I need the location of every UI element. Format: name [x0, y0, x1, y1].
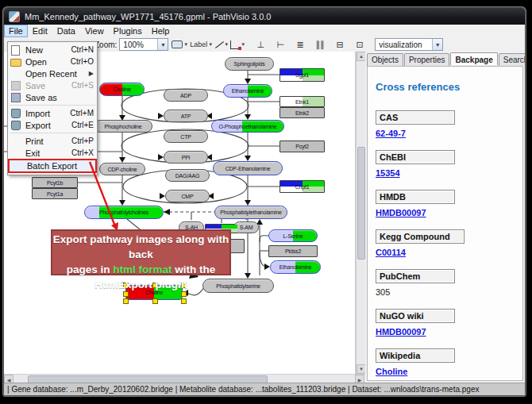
tab-backpage[interactable]: Backpage: [450, 52, 497, 65]
common-width-button[interactable]: ⊟: [333, 39, 346, 51]
node-label: Phosphatidylethanolamine: [220, 210, 281, 215]
align-center-button[interactable]: ⊥: [254, 39, 267, 51]
file-menu-item-import[interactable]: ImportCtrl+M: [8, 107, 97, 119]
node-cdp-choline[interactable]: CDP-choline: [99, 163, 145, 175]
label-tool-text: Label: [190, 40, 207, 48]
menu-bar: FileEditDataViewPluginsHelp: [4, 25, 525, 38]
node-o-phosphoethanolamine[interactable]: O-Phosphoethanolamine: [211, 120, 284, 133]
file-menu-item-exit[interactable]: ExitCtrl+X: [8, 147, 97, 159]
tab-search[interactable]: Search: [499, 53, 526, 66]
node-label: Pcyt2: [295, 144, 309, 149]
line-tool-button[interactable]: ▼: [214, 39, 229, 51]
menu-edit[interactable]: Edit: [28, 25, 52, 37]
zoom-combobox[interactable]: 100% ▼: [119, 38, 168, 51]
file-menu-item-print[interactable]: PrintCtrl+P: [8, 135, 97, 147]
title-bar[interactable]: Mm_Kennedy_pathway_WP1771_45176.gpml - P…: [4, 8, 525, 25]
selection-handle[interactable]: [181, 298, 187, 304]
xref-link[interactable]: C00114: [376, 248, 406, 257]
align-middle-button[interactable]: ⊢: [274, 39, 287, 51]
node-etnk1[interactable]: Etnk1: [279, 96, 325, 107]
node-phosphatidylcholines[interactable]: Phosphatidylcholines: [84, 206, 164, 219]
xref-source-box: NuGO wiki: [376, 309, 455, 323]
node-ptdss2[interactable]: Ptdss2: [268, 245, 318, 257]
empty-icon-slot: [11, 161, 24, 171]
file-menu-item-export[interactable]: ExportCtrl+E: [8, 119, 97, 131]
tab-properties[interactable]: Properties: [404, 53, 450, 66]
empty-icon-slot: [10, 148, 22, 158]
screenshot-frame: Mm_Kennedy_pathway_WP1771_45176.gpml - P…: [0, 0, 532, 404]
node-cdp-ethanolamine[interactable]: CDP-Ethanolamine: [213, 161, 283, 175]
node-label: O-Phosphoethanolamine: [218, 124, 276, 129]
save-icon: [10, 81, 22, 90]
submenu-arrow-icon: ▶: [89, 70, 94, 77]
node-pcyt1a[interactable]: Pcyt1a: [32, 188, 78, 199]
node-label: Ptdss2: [285, 248, 301, 254]
xref-link[interactable]: HMDB00097: [376, 327, 426, 337]
backpage-panel[interactable]: Cross references CAS62-49-7ChEBI15354HMD…: [367, 66, 523, 381]
node-sgpl1[interactable]: Sgpl1: [279, 68, 325, 82]
xref-source-box: HMDB: [376, 190, 455, 204]
node-ethanolamine-bottom[interactable]: Ethanolamine: [270, 260, 321, 274]
menu-item-shortcut: Ctrl+X: [71, 148, 94, 157]
connector-tool-button[interactable]: ▼: [230, 39, 245, 51]
selection-handle[interactable]: [123, 298, 129, 304]
node-ppi[interactable]: PPi: [164, 151, 208, 164]
menu-item-shortcut: Ctrl+S: [71, 81, 94, 90]
tab-objects[interactable]: Objects: [367, 53, 403, 66]
node-dag-aag[interactable]: DAG/AAG: [165, 169, 210, 182]
menu-item-label: Open Recent: [25, 69, 89, 79]
node-adp[interactable]: ADP: [164, 89, 208, 102]
menu-item-label: Export: [25, 121, 65, 130]
selection-handle[interactable]: [152, 298, 158, 304]
menu-help[interactable]: Help: [147, 25, 175, 37]
node-etnk2[interactable]: Etnk2: [279, 107, 325, 118]
datanode-tool-button[interactable]: ▼: [172, 39, 188, 51]
menu-data[interactable]: Data: [52, 25, 80, 37]
menu-item-shortcut: Ctrl+M: [70, 109, 94, 117]
file-menu-item-open[interactable]: OpenCtrl+O: [8, 56, 97, 67]
xref-link[interactable]: Choline: [376, 367, 407, 376]
node-label: CMP: [182, 194, 194, 199]
xref-value: HMDB00097: [376, 327, 522, 337]
node-choline-top[interactable]: Choline: [99, 83, 145, 96]
menu-plugins[interactable]: Plugins: [109, 25, 147, 37]
common-height-button[interactable]: ⊡: [353, 39, 366, 51]
visualization-combobox[interactable]: visualization ▼: [375, 38, 443, 51]
node-ethanolamine-top[interactable]: Ethanolamine: [223, 84, 272, 98]
file-menu-item-open-recent[interactable]: Open Recent▶: [8, 67, 97, 79]
menu-view[interactable]: View: [80, 25, 109, 37]
distribute-horizontal-button[interactable]: ≣: [294, 39, 306, 51]
label-tool-button[interactable]: Label▼: [190, 39, 213, 51]
node-atp[interactable]: ATP: [164, 110, 208, 122]
canvas-vertical-scrollbar[interactable]: ▲ ▼: [356, 52, 365, 374]
xref-link[interactable]: 15354: [376, 168, 400, 178]
node-ctp[interactable]: CTP: [164, 130, 208, 143]
xref-link[interactable]: HMDB00097: [376, 208, 426, 217]
file-menu-item-save-as[interactable]: Save as: [8, 91, 97, 103]
node-chpt1[interactable]: Chpt1: [279, 180, 325, 193]
node-pcyt2[interactable]: Pcyt2: [279, 140, 325, 152]
node-phosphocholine[interactable]: Phosphocholine: [94, 120, 152, 133]
node-pcyt1b[interactable]: Pcyt1b: [32, 177, 78, 188]
distribute-vertical-button[interactable]: ∥∥: [314, 39, 326, 51]
node-cmp[interactable]: CMP: [165, 190, 210, 202]
file-menu-item-batch-export[interactable]: Batch Export: [8, 159, 97, 173]
menu-item-label: New: [25, 45, 64, 55]
node-label: S-AM: [240, 225, 253, 230]
node-phosphatidylethanolamine[interactable]: Phosphatidylethanolamine: [214, 206, 287, 219]
file-menu-item-save[interactable]: SaveCtrl+S: [8, 79, 97, 91]
node-l-serine[interactable]: L-Serine: [268, 229, 318, 242]
node-sphingolipids[interactable]: Sphingolipids: [225, 57, 274, 71]
xref-section-cas: CAS62-49-7: [376, 110, 522, 138]
callout-line3: HtmlExport plugin: [52, 277, 229, 292]
file-menu-item-new[interactable]: NewCtrl+N: [8, 44, 97, 56]
node-label: Sphingolipids: [233, 61, 264, 67]
status-text: | Gene database: ...m_Derby_20120602.bri…: [7, 385, 479, 394]
vertical-scroll-thumb[interactable]: [357, 147, 365, 260]
chevron-down-icon[interactable]: ▼: [157, 39, 168, 50]
xref-value: 62-49-7: [376, 129, 522, 138]
menu-item-shortcut: Ctrl+E: [71, 121, 94, 129]
chevron-down-icon[interactable]: ▼: [432, 39, 442, 50]
xref-link[interactable]: 62-49-7: [376, 129, 406, 138]
menu-file[interactable]: File: [4, 25, 28, 37]
